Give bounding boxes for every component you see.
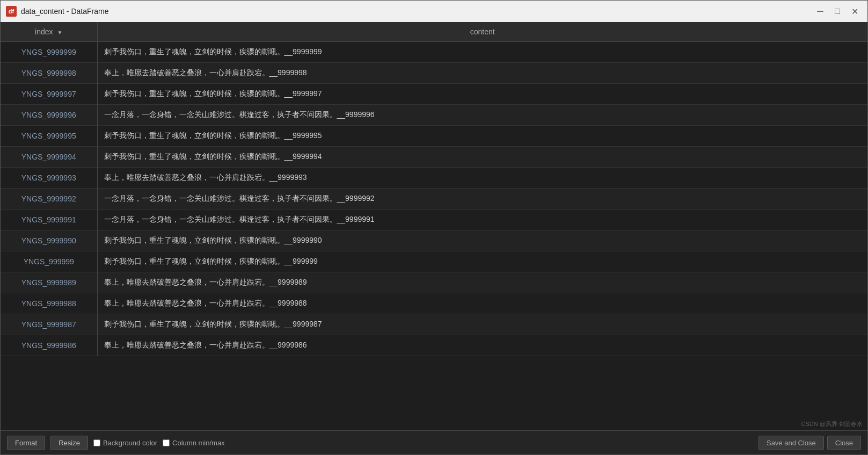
- column-min-max-checkbox-label[interactable]: Column min/max: [163, 439, 225, 447]
- table-row[interactable]: YNGS_9999986奉上，唯愿去踏破善恶之叠浪，一心并肩赴跌宕。__9999…: [1, 335, 867, 356]
- close-window-button[interactable]: ✕: [847, 4, 862, 19]
- cell-content: 刺予我伤口，重生了魂魄，立剑的时候，疾骤的嘶吼。__9999987: [97, 314, 867, 335]
- cell-index: YNGS_9999994: [1, 147, 97, 168]
- main-window: df data_content - DataFrame ─ □ ✕ index …: [0, 0, 868, 455]
- cell-index: YNGS_9999998: [1, 63, 97, 84]
- cell-index: YNGS_9999990: [1, 230, 97, 251]
- cell-index: YNGS_9999999: [1, 42, 97, 63]
- content-area: index ▼ content YNGS_9999999刺予我伤口，重生了魂魄，…: [1, 22, 867, 454]
- table-row[interactable]: YNGS_9999992一念月落，一念身错，一念关山难涉过。棋逢过客，执子者不问…: [1, 189, 867, 210]
- cell-index: YNGS_9999997: [1, 84, 97, 105]
- background-color-checkbox-label[interactable]: Background color: [93, 439, 157, 447]
- format-button[interactable]: Format: [7, 436, 45, 450]
- cell-index: YNGS_9999986: [1, 335, 97, 356]
- cell-index: YNGS_9999989: [1, 272, 97, 293]
- sort-icon: ▼: [57, 30, 62, 35]
- column-header-content[interactable]: content: [97, 22, 867, 42]
- cell-index: YNGS_9999988: [1, 293, 97, 314]
- table-row[interactable]: YNGS_9999997刺予我伤口，重生了魂魄，立剑的时候，疾骤的嘶吼。__99…: [1, 84, 867, 105]
- title-bar-left: df data_content - DataFrame: [6, 6, 108, 17]
- table-row[interactable]: YNGS_9999990刺予我伤口，重生了魂魄，立剑的时候，疾骤的嘶吼。__99…: [1, 230, 867, 251]
- cell-content: 刺予我伤口，重生了魂魄，立剑的时候，疾骤的嘶吼。__9999997: [97, 84, 867, 105]
- cell-content: 奉上，唯愿去踏破善恶之叠浪，一心并肩赴跌宕。__9999988: [97, 293, 867, 314]
- table-body: YNGS_9999999刺予我伤口，重生了魂魄，立剑的时候，疾骤的嘶吼。__99…: [1, 42, 867, 356]
- cell-content: 奉上，唯愿去踏破善恶之叠浪，一心并肩赴跌宕。__9999989: [97, 272, 867, 293]
- cell-content: 奉上，唯愿去踏破善恶之叠浪，一心并肩赴跌宕。__9999993: [97, 168, 867, 189]
- table-row[interactable]: YNGS_9999991一念月落，一念身错，一念关山难涉过。棋逢过客，执子者不问…: [1, 210, 867, 230]
- table-row[interactable]: YNGS_9999995刺予我伤口，重生了魂魄，立剑的时候，疾骤的嘶吼。__99…: [1, 126, 867, 147]
- cell-index: YNGS_9999987: [1, 314, 97, 335]
- app-icon: df: [6, 6, 17, 17]
- minimize-button[interactable]: ─: [813, 4, 828, 19]
- cell-index: YNGS_999999: [1, 251, 97, 272]
- bottom-bar: Format Resize Background color Column mi…: [1, 430, 867, 454]
- cell-content: 一念月落，一念身错，一念关山难涉过。棋逢过客，执子者不问因果。__9999996: [97, 105, 867, 126]
- cell-content: 刺予我伤口，重生了魂魄，立剑的时候，疾骤的嘶吼。__9999995: [97, 126, 867, 147]
- column-min-max-checkbox[interactable]: [163, 439, 170, 446]
- cell-content: 刺予我伤口，重生了魂魄，立剑的时候，疾骤的嘶吼。__9999994: [97, 147, 867, 168]
- column-header-index[interactable]: index ▼: [1, 22, 97, 42]
- table-row[interactable]: YNGS_9999999刺予我伤口，重生了魂魄，立剑的时候，疾骤的嘶吼。__99…: [1, 42, 867, 63]
- cell-content: 一念月落，一念身错，一念关山难涉过。棋逢过客，执子者不问因果。__9999991: [97, 210, 867, 230]
- cell-index: YNGS_9999995: [1, 126, 97, 147]
- cell-content: 刺予我伤口，重生了魂魄，立剑的时候，疾骤的嘶吼。__9999990: [97, 230, 867, 251]
- save-and-close-button[interactable]: Save and Close: [758, 436, 824, 450]
- resize-button[interactable]: Resize: [50, 436, 88, 450]
- cell-content: 刺予我伤口，重生了魂魄，立剑的时候，疾骤的嘶吼。__9999999: [97, 42, 867, 63]
- table-row[interactable]: YNGS_9999989奉上，唯愿去踏破善恶之叠浪，一心并肩赴跌宕。__9999…: [1, 272, 867, 293]
- cell-content: 一念月落，一念身错，一念关山难涉过。棋逢过客，执子者不问因果。__9999992: [97, 189, 867, 210]
- cell-content: 奉上，唯愿去踏破善恶之叠浪，一心并肩赴跌宕。__9999986: [97, 335, 867, 356]
- background-color-checkbox[interactable]: [93, 439, 100, 446]
- cell-content: 刺予我伤口，重生了魂魄，立剑的时候，疾骤的嘶吼。__999999: [97, 251, 867, 272]
- title-bar: df data_content - DataFrame ─ □ ✕: [1, 1, 867, 22]
- maximize-button[interactable]: □: [830, 4, 845, 19]
- table-row[interactable]: YNGS_999999刺予我伤口，重生了魂魄，立剑的时候，疾骤的嘶吼。__999…: [1, 251, 867, 272]
- table-row[interactable]: YNGS_9999996一念月落，一念身错，一念关山难涉过。棋逢过客，执子者不问…: [1, 105, 867, 126]
- cell-index: YNGS_9999992: [1, 189, 97, 210]
- table-row[interactable]: YNGS_9999998奉上，唯愿去踏破善恶之叠浪，一心并肩赴跌宕。__9999…: [1, 63, 867, 84]
- window-controls: ─ □ ✕: [813, 4, 862, 19]
- table-container: index ▼ content YNGS_9999999刺予我伤口，重生了魂魄，…: [1, 22, 867, 430]
- data-table: index ▼ content YNGS_9999999刺予我伤口，重生了魂魄，…: [1, 22, 867, 356]
- close-button[interactable]: Close: [827, 436, 861, 450]
- bottom-left-controls: Format Resize Background color Column mi…: [7, 436, 225, 450]
- table-row[interactable]: YNGS_9999988奉上，唯愿去踏破善恶之叠浪，一心并肩赴跌宕。__9999…: [1, 293, 867, 314]
- table-row[interactable]: YNGS_9999987刺予我伤口，重生了魂魄，立剑的时候，疾骤的嘶吼。__99…: [1, 314, 867, 335]
- watermark: CSDN @风异·剑染春水: [801, 420, 863, 428]
- table-wrapper[interactable]: index ▼ content YNGS_9999999刺予我伤口，重生了魂魄，…: [1, 22, 867, 430]
- table-header: index ▼ content: [1, 22, 867, 42]
- table-row[interactable]: YNGS_9999994刺予我伤口，重生了魂魄，立剑的时候，疾骤的嘶吼。__99…: [1, 147, 867, 168]
- table-row[interactable]: YNGS_9999993奉上，唯愿去踏破善恶之叠浪，一心并肩赴跌宕。__9999…: [1, 168, 867, 189]
- cell-index: YNGS_9999993: [1, 168, 97, 189]
- bottom-right-controls: Save and Close Close: [758, 436, 861, 450]
- cell-content: 奉上，唯愿去踏破善恶之叠浪，一心并肩赴跌宕。__9999998: [97, 63, 867, 84]
- window-title: data_content - DataFrame: [21, 7, 108, 16]
- cell-index: YNGS_9999991: [1, 210, 97, 230]
- cell-index: YNGS_9999996: [1, 105, 97, 126]
